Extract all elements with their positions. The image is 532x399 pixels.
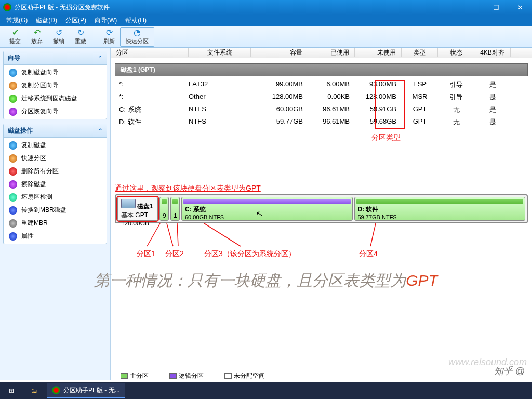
quick-partition-button[interactable]: ◔快速分区 — [120, 27, 154, 47]
annotation-type-label: 分区类型 — [371, 133, 401, 142]
col-used[interactable]: 已使用 — [308, 48, 355, 57]
sidebar: 向导 ⌃ 复制磁盘向导 复制分区向导 迁移系统到固态磁盘 分区恢复向导 磁盘操作… — [0, 48, 111, 380]
recover-icon — [9, 108, 17, 116]
menu-general[interactable]: 常规(G) — [2, 15, 32, 26]
commit-button[interactable]: ✔提交 — [4, 27, 26, 47]
partition-table-header: 分区 文件系统 容量 已使用 未使用 类型 状态 4KB对齐 — [111, 48, 532, 58]
close-button[interactable]: ✕ — [508, 0, 532, 15]
partition-info: 59.77GB NTFS — [358, 214, 522, 220]
diskops-panel: 磁盘操作 ⌃ 复制磁盘 快速分区 删除所有分区 擦除磁盘 坏扇区检测 转换到MB… — [3, 124, 107, 244]
refresh-button[interactable]: ⟳刷新 — [98, 27, 120, 47]
maximize-button[interactable]: ☐ — [484, 0, 508, 15]
delete-icon — [9, 167, 17, 176]
sidebar-item-copy-disk-wizard[interactable]: 复制磁盘向导 — [4, 66, 107, 79]
legend-logical: 逻辑分区 — [169, 371, 204, 380]
sidebar-item-copy-disk[interactable]: 复制磁盘 — [4, 139, 107, 152]
wizard-panel: 向导 ⌃ 复制磁盘向导 复制分区向导 迁移系统到固态磁盘 分区恢复向导 — [3, 51, 107, 119]
partition-icon: ◔ — [134, 29, 141, 37]
disk-map: 磁盘1 基本 GPT 120.00GB 9 1 C: 系统 60.00GB NT… — [115, 194, 528, 223]
col-status[interactable]: 状态 — [438, 48, 474, 57]
legend-unallocated: 未分配空间 — [224, 371, 265, 380]
wizard-panel-header[interactable]: 向导 ⌃ — [4, 51, 107, 65]
annotation-big: 第一种情况：只有一块硬盘，且分区表类型为GPT — [0, 270, 532, 291]
rebuild-icon — [9, 219, 17, 228]
undo-button[interactable]: ↺撤销 — [48, 27, 70, 47]
start-button[interactable]: ⊞ — [0, 382, 23, 399]
annotation-p4: 分区4 — [359, 249, 378, 259]
disk-size: 120.00GB — [121, 220, 149, 227]
col-free[interactable]: 未使用 — [355, 48, 402, 57]
minimize-button[interactable]: — — [460, 0, 484, 15]
annotation-p3: 分区3（该分区为系统分区） — [204, 249, 296, 259]
table-row[interactable]: *:FAT3299.00MB6.00MB93.00MBESP引导是 — [111, 78, 532, 91]
legend-primary: 主分区 — [121, 371, 149, 380]
sidebar-item-bad-sector[interactable]: 坏扇区检测 — [4, 191, 107, 204]
sidebar-item-rebuild-mbr[interactable]: 重建MBR — [4, 217, 107, 230]
legend: 主分区 逻辑分区 未分配空间 — [121, 371, 265, 380]
explorer-button[interactable]: 🗂 — [23, 382, 46, 399]
table-row[interactable]: C: 系统NTFS60.00GB96.61MB59.91GBGPT无是 — [111, 103, 532, 116]
wipe-icon — [9, 180, 17, 189]
svg-line-12 — [177, 223, 178, 246]
partition-name: C: 系统 — [185, 205, 349, 214]
diskops-panel-title: 磁盘操作 — [8, 126, 33, 135]
disk-title-row[interactable]: 磁盘1 (GPT) — [115, 63, 528, 76]
content-area: 分区 文件系统 容量 已使用 未使用 类型 状态 4KB对齐 磁盘1 (GPT)… — [111, 48, 532, 380]
taskbar-app[interactable]: 分区助手PE版 - 无... — [47, 383, 125, 398]
svg-line-14 — [370, 223, 376, 246]
svg-line-13 — [204, 223, 241, 246]
partition-name: D: 软件 — [358, 205, 522, 214]
disk-map-partition-2[interactable]: 1 — [170, 197, 180, 221]
col-partition[interactable]: 分区 — [111, 48, 189, 57]
annotation-p2: 分区2 — [165, 249, 184, 259]
disk-name: 磁盘1 — [137, 203, 153, 210]
redo-button[interactable]: ↻重做 — [70, 27, 91, 47]
sidebar-item-quick-partition[interactable]: 快速分区 — [4, 152, 107, 165]
scan-icon — [9, 193, 17, 202]
properties-icon — [9, 232, 17, 241]
sidebar-item-delete-all[interactable]: 删除所有分区 — [4, 165, 107, 178]
table-row[interactable]: *:Other128.00MB0.00KB128.00MBMSR引导是 — [111, 91, 532, 103]
disk-icon — [9, 69, 17, 77]
app-icon — [52, 386, 60, 394]
check-icon: ✔ — [12, 29, 19, 37]
redo-icon: ↻ — [77, 29, 84, 37]
chevron-up-icon: ⌃ — [98, 55, 102, 61]
menu-wizard[interactable]: 向导(W) — [90, 15, 121, 26]
col-filesystem[interactable]: 文件系统 — [189, 48, 251, 57]
titlebar: 分区助手PE版 - 无损分区免费软件 — ☐ ✕ — [0, 0, 532, 15]
ssd-icon — [9, 95, 17, 103]
sidebar-item-wipe-disk[interactable]: 擦除磁盘 — [4, 178, 107, 191]
app-icon — [3, 3, 11, 11]
sidebar-item-properties[interactable]: 属性 — [4, 230, 107, 243]
discard-button[interactable]: ↶放弃 — [26, 27, 48, 47]
sidebar-item-copy-partition-wizard[interactable]: 复制分区向导 — [4, 79, 107, 92]
undo-icon: ↺ — [56, 29, 62, 37]
convert-icon — [9, 206, 17, 215]
disk-map-partition-1[interactable]: 9 — [159, 197, 169, 221]
sidebar-item-recover-partition[interactable]: 分区恢复向导 — [4, 105, 107, 118]
sidebar-item-convert-mbr[interactable]: 转换到MBR磁盘 — [4, 204, 107, 217]
partition-info: 60.00GB NTFS — [185, 214, 349, 220]
svg-line-11 — [167, 223, 173, 246]
menu-partition[interactable]: 分区(P) — [61, 15, 90, 26]
toolbar-separator — [95, 28, 95, 46]
wizard-panel-title: 向导 — [8, 54, 20, 62]
menu-disk[interactable]: 磁盘(D) — [32, 15, 61, 26]
col-capacity[interactable]: 容量 — [251, 48, 308, 57]
disk-map-disk[interactable]: 磁盘1 基本 GPT 120.00GB — [117, 197, 158, 221]
disk-icon — [121, 199, 136, 208]
col-align[interactable]: 4KB对齐 — [474, 48, 511, 57]
refresh-icon: ⟳ — [106, 29, 113, 37]
table-row[interactable]: D: 软件NTFS59.77GB96.61MB59.68GBGPT无是 — [111, 116, 532, 128]
disk-map-partition-4[interactable]: D: 软件 59.77GB NTFS — [354, 197, 526, 221]
sidebar-item-migrate-ssd[interactable]: 迁移系统到固态磁盘 — [4, 92, 107, 105]
menu-help[interactable]: 帮助(H) — [121, 15, 151, 26]
disk-map-partition-3[interactable]: C: 系统 60.00GB NTFS — [181, 197, 353, 221]
col-type[interactable]: 类型 — [402, 48, 438, 57]
undo-arrow-icon: ↶ — [34, 29, 41, 37]
menubar: 常规(G) 磁盘(D) 分区(P) 向导(W) 帮助(H) — [0, 15, 532, 26]
diskops-panel-header[interactable]: 磁盘操作 ⌃ — [4, 124, 107, 138]
annotation-observe: 通过这里，观察到该块硬盘分区表类型为GPT — [115, 184, 261, 193]
disk-style: 基本 GPT — [121, 211, 148, 219]
